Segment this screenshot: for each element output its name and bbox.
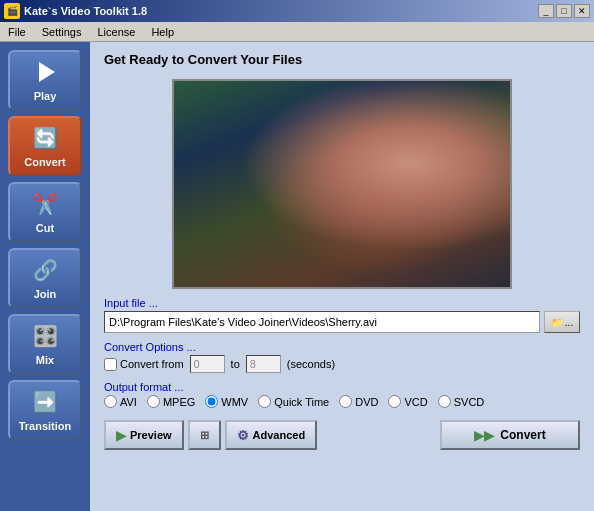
output-format-section: Output format ... AVI MPEG WMV Quick Tim… (104, 381, 580, 408)
sidebar-btn-convert[interactable]: 🔄 Convert (8, 116, 82, 176)
output-format-label: Output format ... (104, 381, 580, 393)
page-title: Get Ready to Convert Your Files (104, 52, 580, 67)
format-svcd[interactable]: SVCD (438, 395, 485, 408)
format-row: AVI MPEG WMV Quick Time DVD (104, 395, 580, 408)
convert-play-icon: ▶▶ (474, 428, 494, 443)
content-area: Get Ready to Convert Your Files Input fi… (90, 42, 594, 511)
input-section-label: Input file ... (104, 297, 580, 309)
radio-svcd[interactable] (438, 395, 451, 408)
convert-options-row: Convert from to (seconds) (104, 355, 580, 373)
preview-button[interactable]: ▶ Preview (104, 420, 184, 450)
sidebar-btn-transition[interactable]: ➡️ Transition (8, 380, 82, 440)
sidebar-label-play: Play (34, 90, 57, 102)
grid-button[interactable]: ⊞ (188, 420, 221, 450)
to-label: to (231, 358, 240, 370)
format-wmv[interactable]: WMV (205, 395, 248, 408)
browse-button[interactable]: 📁 ... (544, 311, 580, 333)
format-mpeg[interactable]: MPEG (147, 395, 195, 408)
advanced-icon: ⚙ (237, 428, 249, 443)
format-dvd[interactable]: DVD (339, 395, 378, 408)
convert-from-label: Convert from (120, 358, 184, 370)
radio-mpeg[interactable] (147, 395, 160, 408)
convert-options-label: Convert Options ... (104, 341, 580, 353)
maximize-button[interactable]: □ (556, 4, 572, 18)
advanced-button[interactable]: ⚙ Advanced (225, 420, 318, 450)
dvd-label: DVD (355, 396, 378, 408)
input-file-field[interactable] (104, 311, 540, 333)
sidebar-label-mix: Mix (36, 354, 54, 366)
svcd-label: SVCD (454, 396, 485, 408)
join-icon: 🔗 (31, 256, 59, 284)
play-icon (31, 58, 59, 86)
menu-license[interactable]: License (93, 24, 139, 40)
grid-icon: ⊞ (200, 429, 209, 442)
format-quicktime[interactable]: Quick Time (258, 395, 329, 408)
convert-icon: 🔄 (31, 124, 59, 152)
close-button[interactable]: ✕ (574, 4, 590, 18)
sidebar: Play 🔄 Convert ✂️ Cut 🔗 Join 🎛️ (0, 42, 90, 511)
sidebar-btn-mix[interactable]: 🎛️ Mix (8, 314, 82, 374)
radio-quicktime[interactable] (258, 395, 271, 408)
sidebar-label-transition: Transition (19, 420, 72, 432)
title-bar: 🎬 Kate`s Video Toolkit 1.8 _ □ ✕ (0, 0, 594, 22)
preview-label: Preview (130, 429, 172, 441)
format-vcd[interactable]: VCD (388, 395, 427, 408)
format-avi[interactable]: AVI (104, 395, 137, 408)
transition-icon: ➡️ (31, 388, 59, 416)
bottom-left-buttons: ▶ Preview ⊞ ⚙ Advanced (104, 420, 317, 450)
minimize-button[interactable]: _ (538, 4, 554, 18)
app-icon: 🎬 (4, 3, 20, 19)
convert-to-input[interactable] (246, 355, 281, 373)
menu-file[interactable]: File (4, 24, 30, 40)
video-thumbnail (174, 81, 510, 287)
sidebar-label-cut: Cut (36, 222, 54, 234)
bottom-row: ▶ Preview ⊞ ⚙ Advanced ▶▶ Convert (104, 420, 580, 450)
folder-icon: 📁 (551, 317, 563, 328)
input-row: 📁 ... (104, 311, 580, 333)
title-controls: _ □ ✕ (538, 4, 590, 18)
window-title: Kate`s Video Toolkit 1.8 (24, 5, 147, 17)
main-container: Play 🔄 Convert ✂️ Cut 🔗 Join 🎛️ (0, 42, 594, 511)
quicktime-label: Quick Time (274, 396, 329, 408)
title-bar-left: 🎬 Kate`s Video Toolkit 1.8 (4, 3, 147, 19)
convert-options-section: Convert Options ... Convert from to (sec… (104, 341, 580, 373)
sidebar-btn-join[interactable]: 🔗 Join (8, 248, 82, 308)
radio-wmv[interactable] (205, 395, 218, 408)
advanced-label: Advanced (253, 429, 306, 441)
input-section: Input file ... 📁 ... (104, 297, 580, 333)
browse-dots: ... (565, 317, 573, 328)
convert-from-input[interactable] (190, 355, 225, 373)
convert-button[interactable]: ▶▶ Convert (440, 420, 580, 450)
preview-play-icon: ▶ (116, 428, 126, 443)
wmv-label: WMV (221, 396, 248, 408)
menu-bar: File Settings License Help (0, 22, 594, 42)
seconds-label: (seconds) (287, 358, 335, 370)
avi-label: AVI (120, 396, 137, 408)
sidebar-label-join: Join (34, 288, 57, 300)
radio-vcd[interactable] (388, 395, 401, 408)
convert-from-checkbox-label[interactable]: Convert from (104, 358, 184, 371)
menu-help[interactable]: Help (147, 24, 178, 40)
convert-from-checkbox[interactable] (104, 358, 117, 371)
sidebar-btn-play[interactable]: Play (8, 50, 82, 110)
menu-settings[interactable]: Settings (38, 24, 86, 40)
convert-label: Convert (500, 428, 545, 442)
mpeg-label: MPEG (163, 396, 195, 408)
video-preview (172, 79, 512, 289)
mix-icon: 🎛️ (31, 322, 59, 350)
sidebar-label-convert: Convert (24, 156, 66, 168)
radio-avi[interactable] (104, 395, 117, 408)
radio-dvd[interactable] (339, 395, 352, 408)
cut-icon: ✂️ (31, 190, 59, 218)
sidebar-btn-cut[interactable]: ✂️ Cut (8, 182, 82, 242)
vcd-label: VCD (404, 396, 427, 408)
